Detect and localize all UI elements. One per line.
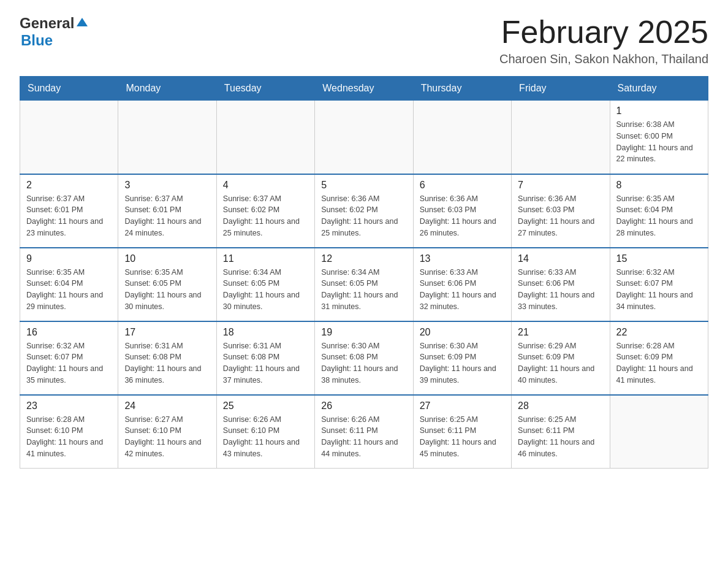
calendar-day-header: Friday bbox=[512, 77, 610, 101]
day-number: 10 bbox=[124, 253, 210, 264]
day-number: 16 bbox=[26, 327, 112, 338]
day-info: Sunrise: 6:32 AM Sunset: 6:07 PM Dayligh… bbox=[616, 267, 702, 313]
day-info: Sunrise: 6:33 AM Sunset: 6:06 PM Dayligh… bbox=[420, 267, 505, 313]
calendar-day-cell: 17Sunrise: 6:31 AM Sunset: 6:08 PM Dayli… bbox=[118, 321, 216, 395]
title-block: February 2025 Charoen Sin, Sakon Nakhon,… bbox=[499, 15, 708, 66]
calendar-day-cell: 21Sunrise: 6:29 AM Sunset: 6:09 PM Dayli… bbox=[512, 321, 610, 395]
calendar-day-cell bbox=[216, 101, 314, 174]
day-info: Sunrise: 6:28 AM Sunset: 6:09 PM Dayligh… bbox=[616, 340, 702, 386]
day-info: Sunrise: 6:38 AM Sunset: 6:00 PM Dayligh… bbox=[616, 119, 702, 165]
calendar-day-cell: 5Sunrise: 6:36 AM Sunset: 6:02 PM Daylig… bbox=[315, 174, 413, 248]
calendar-day-cell: 20Sunrise: 6:30 AM Sunset: 6:09 PM Dayli… bbox=[413, 321, 511, 395]
day-number: 18 bbox=[223, 327, 308, 338]
calendar-day-cell: 1Sunrise: 6:38 AM Sunset: 6:00 PM Daylig… bbox=[610, 101, 708, 174]
day-info: Sunrise: 6:35 AM Sunset: 6:05 PM Dayligh… bbox=[124, 267, 210, 313]
day-info: Sunrise: 6:35 AM Sunset: 6:04 PM Dayligh… bbox=[616, 193, 702, 239]
day-number: 7 bbox=[518, 180, 603, 191]
day-number: 19 bbox=[321, 327, 406, 338]
calendar-day-cell: 27Sunrise: 6:25 AM Sunset: 6:11 PM Dayli… bbox=[413, 395, 511, 469]
day-info: Sunrise: 6:30 AM Sunset: 6:09 PM Dayligh… bbox=[420, 340, 505, 386]
calendar-day-header: Sunday bbox=[20, 77, 118, 101]
day-number: 15 bbox=[616, 253, 702, 264]
day-number: 9 bbox=[26, 253, 112, 264]
day-number: 20 bbox=[420, 327, 505, 338]
calendar-day-cell: 25Sunrise: 6:26 AM Sunset: 6:10 PM Dayli… bbox=[216, 395, 314, 469]
calendar-day-cell: 10Sunrise: 6:35 AM Sunset: 6:05 PM Dayli… bbox=[118, 248, 216, 321]
calendar-day-cell: 9Sunrise: 6:35 AM Sunset: 6:04 PM Daylig… bbox=[20, 248, 118, 321]
day-info: Sunrise: 6:36 AM Sunset: 6:03 PM Dayligh… bbox=[420, 193, 505, 239]
logo-blue-text: Blue bbox=[21, 32, 53, 48]
day-number: 5 bbox=[321, 180, 406, 191]
calendar-day-cell: 28Sunrise: 6:25 AM Sunset: 6:11 PM Dayli… bbox=[512, 395, 610, 469]
logo: General Blue bbox=[20, 15, 89, 49]
calendar-day-cell: 2Sunrise: 6:37 AM Sunset: 6:01 PM Daylig… bbox=[20, 174, 118, 248]
calendar-day-header: Saturday bbox=[610, 77, 708, 101]
day-number: 28 bbox=[518, 400, 603, 412]
day-info: Sunrise: 6:34 AM Sunset: 6:05 PM Dayligh… bbox=[321, 267, 406, 313]
day-number: 6 bbox=[420, 180, 505, 191]
day-info: Sunrise: 6:26 AM Sunset: 6:11 PM Dayligh… bbox=[321, 414, 406, 460]
calendar-day-cell: 13Sunrise: 6:33 AM Sunset: 6:06 PM Dayli… bbox=[413, 248, 511, 321]
calendar-header-row: SundayMondayTuesdayWednesdayThursdayFrid… bbox=[20, 77, 708, 101]
calendar-day-cell: 3Sunrise: 6:37 AM Sunset: 6:01 PM Daylig… bbox=[118, 174, 216, 248]
calendar-day-cell: 16Sunrise: 6:32 AM Sunset: 6:07 PM Dayli… bbox=[20, 321, 118, 395]
calendar-table: SundayMondayTuesdayWednesdayThursdayFrid… bbox=[20, 76, 708, 469]
day-number: 17 bbox=[124, 327, 210, 338]
day-info: Sunrise: 6:29 AM Sunset: 6:09 PM Dayligh… bbox=[518, 340, 603, 386]
day-info: Sunrise: 6:31 AM Sunset: 6:08 PM Dayligh… bbox=[223, 340, 308, 386]
calendar-day-cell: 14Sunrise: 6:33 AM Sunset: 6:06 PM Dayli… bbox=[512, 248, 610, 321]
day-number: 24 bbox=[124, 400, 210, 412]
calendar-day-cell: 24Sunrise: 6:27 AM Sunset: 6:10 PM Dayli… bbox=[118, 395, 216, 469]
day-number: 23 bbox=[26, 400, 112, 412]
calendar-day-cell: 4Sunrise: 6:37 AM Sunset: 6:02 PM Daylig… bbox=[216, 174, 314, 248]
calendar-day-cell: 23Sunrise: 6:28 AM Sunset: 6:10 PM Dayli… bbox=[20, 395, 118, 469]
day-info: Sunrise: 6:37 AM Sunset: 6:01 PM Dayligh… bbox=[26, 193, 112, 239]
logo-general-text: General bbox=[20, 15, 74, 32]
calendar-subtitle: Charoen Sin, Sakon Nakhon, Thailand bbox=[499, 52, 708, 66]
calendar-week-row: 1Sunrise: 6:38 AM Sunset: 6:00 PM Daylig… bbox=[20, 101, 708, 174]
day-number: 8 bbox=[616, 180, 702, 191]
page-header: General Blue February 2025 Charoen Sin, … bbox=[20, 15, 708, 66]
calendar-day-cell: 11Sunrise: 6:34 AM Sunset: 6:05 PM Dayli… bbox=[216, 248, 314, 321]
calendar-day-cell: 8Sunrise: 6:35 AM Sunset: 6:04 PM Daylig… bbox=[610, 174, 708, 248]
calendar-day-cell bbox=[315, 101, 413, 174]
calendar-day-cell: 22Sunrise: 6:28 AM Sunset: 6:09 PM Dayli… bbox=[610, 321, 708, 395]
calendar-day-cell: 18Sunrise: 6:31 AM Sunset: 6:08 PM Dayli… bbox=[216, 321, 314, 395]
calendar-day-cell bbox=[20, 101, 118, 174]
calendar-day-header: Tuesday bbox=[216, 77, 314, 101]
day-number: 11 bbox=[223, 253, 308, 264]
day-number: 4 bbox=[223, 180, 308, 191]
day-number: 26 bbox=[321, 400, 406, 412]
calendar-day-cell bbox=[413, 101, 511, 174]
day-number: 13 bbox=[420, 253, 505, 264]
calendar-day-cell bbox=[512, 101, 610, 174]
calendar-day-header: Wednesday bbox=[315, 77, 413, 101]
day-info: Sunrise: 6:37 AM Sunset: 6:02 PM Dayligh… bbox=[223, 193, 308, 239]
calendar-day-cell bbox=[610, 395, 708, 469]
day-info: Sunrise: 6:32 AM Sunset: 6:07 PM Dayligh… bbox=[26, 340, 112, 386]
calendar-day-cell: 7Sunrise: 6:36 AM Sunset: 6:03 PM Daylig… bbox=[512, 174, 610, 248]
day-info: Sunrise: 6:34 AM Sunset: 6:05 PM Dayligh… bbox=[223, 267, 308, 313]
day-info: Sunrise: 6:36 AM Sunset: 6:02 PM Dayligh… bbox=[321, 193, 406, 239]
logo-triangle-icon bbox=[75, 15, 89, 29]
calendar-week-row: 16Sunrise: 6:32 AM Sunset: 6:07 PM Dayli… bbox=[20, 321, 708, 395]
day-number: 3 bbox=[124, 180, 210, 191]
calendar-week-row: 9Sunrise: 6:35 AM Sunset: 6:04 PM Daylig… bbox=[20, 248, 708, 321]
day-info: Sunrise: 6:33 AM Sunset: 6:06 PM Dayligh… bbox=[518, 267, 603, 313]
day-info: Sunrise: 6:37 AM Sunset: 6:01 PM Dayligh… bbox=[124, 193, 210, 239]
day-number: 25 bbox=[223, 400, 308, 412]
calendar-day-cell bbox=[118, 101, 216, 174]
day-info: Sunrise: 6:30 AM Sunset: 6:08 PM Dayligh… bbox=[321, 340, 406, 386]
day-info: Sunrise: 6:25 AM Sunset: 6:11 PM Dayligh… bbox=[420, 414, 505, 460]
calendar-day-header: Thursday bbox=[413, 77, 511, 101]
day-info: Sunrise: 6:35 AM Sunset: 6:04 PM Dayligh… bbox=[26, 267, 112, 313]
day-number: 2 bbox=[26, 180, 112, 191]
calendar-title: February 2025 bbox=[499, 15, 708, 50]
day-info: Sunrise: 6:31 AM Sunset: 6:08 PM Dayligh… bbox=[124, 340, 210, 386]
calendar-day-cell: 6Sunrise: 6:36 AM Sunset: 6:03 PM Daylig… bbox=[413, 174, 511, 248]
day-number: 21 bbox=[518, 327, 603, 338]
day-info: Sunrise: 6:36 AM Sunset: 6:03 PM Dayligh… bbox=[518, 193, 603, 239]
day-number: 22 bbox=[616, 327, 702, 338]
day-info: Sunrise: 6:27 AM Sunset: 6:10 PM Dayligh… bbox=[124, 414, 210, 460]
day-info: Sunrise: 6:28 AM Sunset: 6:10 PM Dayligh… bbox=[26, 414, 112, 460]
